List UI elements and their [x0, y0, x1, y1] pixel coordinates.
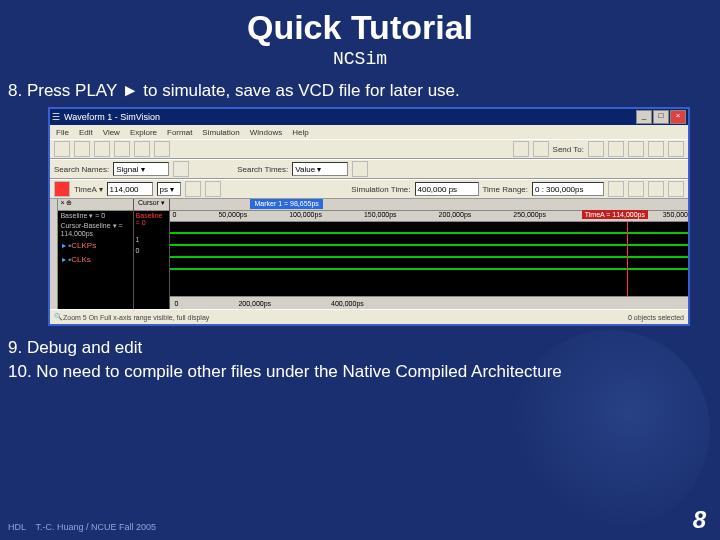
menu-windows[interactable]: Windows [250, 128, 282, 137]
tick: 100,000ps [289, 211, 322, 221]
time-range-label: Time Range: [483, 185, 529, 194]
page-number: 8 [693, 506, 706, 534]
tick: 250,000ps [513, 211, 546, 221]
unit-field[interactable]: ps ▾ [157, 182, 181, 196]
redo-icon[interactable] [154, 141, 170, 157]
bottick: 200,000ps [238, 300, 271, 307]
globe-decoration [510, 330, 710, 530]
wave-canvas[interactable]: Marker 1 = 98,655ps TimeA = 114,000ps 0 … [170, 199, 688, 309]
slide-subtitle: NCSim [0, 49, 720, 69]
menu-simulation[interactable]: Simulation [202, 128, 239, 137]
search-names-field[interactable]: Signal ▾ [113, 162, 169, 176]
sig-x-header: × ⊕ [58, 199, 132, 211]
timea-label: TimeA ▾ [74, 185, 103, 194]
menu-file[interactable]: File [56, 128, 69, 137]
menu-help[interactable]: Help [292, 128, 308, 137]
search-times-field[interactable]: Value ▾ [292, 162, 348, 176]
minimize-button[interactable]: _ [636, 110, 652, 124]
waveform-area: × ⊕ Baseline ▾ = 0 Cursor-Baseline ▾ = 1… [50, 199, 688, 309]
search-times-label: Search Times: [237, 165, 288, 174]
signal-name: CLKPs [71, 241, 96, 250]
menu-edit[interactable]: Edit [79, 128, 93, 137]
menu-bar: File Edit View Explore Format Simulation… [50, 125, 688, 139]
tick: 50,000ps [218, 211, 247, 221]
cursor-header[interactable]: Cursor ▾ [134, 199, 170, 211]
left-gutter [50, 199, 58, 309]
globe-icon[interactable] [533, 141, 549, 157]
bottick: 0 [174, 300, 178, 307]
open-icon[interactable] [74, 141, 90, 157]
menu-view[interactable]: View [103, 128, 120, 137]
zoom-fit-icon[interactable] [668, 181, 684, 197]
expand-icon[interactable]: ▸ [62, 255, 66, 264]
sendto-5-icon[interactable] [668, 141, 684, 157]
expand-icon[interactable]: ▸ [62, 241, 66, 250]
signal-row[interactable]: ▸ ▪ CLKs [58, 252, 132, 266]
toolbar-search: Search Names: Signal ▾ Search Times: Val… [50, 159, 688, 179]
baseline-label: Baseline ▾ = 0 [58, 211, 132, 221]
step-10: 10. No need to compile other files under… [8, 362, 720, 382]
cursor-line[interactable] [627, 222, 628, 296]
window-titlebar: ☰ Waveform 1 - SimVision _ □ × [50, 109, 688, 125]
window-title: Waveform 1 - SimVision [64, 112, 160, 122]
footer-credit: T.-C. Huang / NCUE Fall 2005 [36, 522, 157, 532]
close-button[interactable]: × [670, 110, 686, 124]
goto-prev-icon[interactable] [185, 181, 201, 197]
slide-title: Quick Tutorial [0, 8, 720, 47]
sendto-2-icon[interactable] [608, 141, 624, 157]
step-9: 9. Debug and edit [8, 338, 720, 358]
status-bar: 🔍 Zoom 5 On Full x-axis range visible, f… [50, 309, 688, 324]
zoom-full-icon[interactable] [648, 181, 664, 197]
status-right: 0 objects selected [628, 314, 684, 321]
search-names-label: Search Names: [54, 165, 109, 174]
sendto-4-icon[interactable] [648, 141, 664, 157]
status-left: Zoom 5 On Full x-axis range visible, ful… [63, 314, 209, 321]
app-icon: ☰ [52, 112, 60, 122]
bottom-axis: 0 200,000ps 400,000ps [170, 296, 688, 309]
sim-time-label: Simulation Time: [351, 185, 410, 194]
tick: 350,000 [663, 211, 688, 221]
menu-explore[interactable]: Explore [130, 128, 157, 137]
cursor-column: Cursor ▾ Baseline = 0 1 0 [134, 199, 171, 309]
save-icon[interactable] [94, 141, 110, 157]
zoom-out-icon[interactable] [628, 181, 644, 197]
sim-time-field: 400,000 ps [415, 182, 479, 196]
search-time-icon[interactable] [352, 161, 368, 177]
tick: 150,000ps [364, 211, 397, 221]
play-button[interactable] [54, 181, 70, 197]
search-icon[interactable] [173, 161, 189, 177]
signal-row[interactable]: ▸ ▪ CLKPs [58, 238, 132, 252]
toolbar-sim: TimeA ▾ 114,000 ps ▾ Simulation Time: 40… [50, 179, 688, 199]
cursor-baseline-label: Cursor-Baseline ▾ = 114,000ps [58, 221, 132, 238]
marker1-tag[interactable]: Marker 1 = 98,655ps [250, 199, 322, 209]
tick: 0 [172, 211, 176, 221]
footer: HDL T.-C. Huang / NCUE Fall 2005 [8, 522, 156, 532]
signal-panel: × ⊕ Baseline ▾ = 0 Cursor-Baseline ▾ = 1… [58, 199, 133, 309]
sendto-1-icon[interactable] [588, 141, 604, 157]
baseline-red: Baseline = 0 [134, 211, 170, 227]
timea-tag[interactable]: TimeA = 114,000ps [582, 210, 648, 219]
signal-name: CLKs [71, 255, 91, 264]
zoom-in-icon[interactable] [608, 181, 624, 197]
maximize-button[interactable]: □ [653, 110, 669, 124]
toolbar-main: Send To: [50, 139, 688, 159]
menu-format[interactable]: Format [167, 128, 192, 137]
sendto-3-icon[interactable] [628, 141, 644, 157]
zoom-status-icon: 🔍 [54, 313, 63, 321]
cursor-val-1: 0 [134, 245, 170, 256]
new-icon[interactable] [54, 141, 70, 157]
send-to-label: Send To: [553, 145, 584, 154]
tool-icon[interactable] [513, 141, 529, 157]
timea-field[interactable]: 114,000 [107, 182, 153, 196]
undo-icon[interactable] [134, 141, 150, 157]
step-8: 8. Press PLAY ► to simulate, save as VCD… [8, 81, 720, 101]
tick: 200,000ps [439, 211, 472, 221]
simvision-window: ☰ Waveform 1 - SimVision _ □ × File Edit… [48, 107, 690, 326]
cut-icon[interactable] [114, 141, 130, 157]
bottick: 400,000ps [331, 300, 364, 307]
cursor-val-0: 1 [134, 234, 170, 245]
time-range-field[interactable]: 0 : 300,000ps [532, 182, 604, 196]
footer-hdl: HDL [8, 522, 26, 532]
goto-next-icon[interactable] [205, 181, 221, 197]
